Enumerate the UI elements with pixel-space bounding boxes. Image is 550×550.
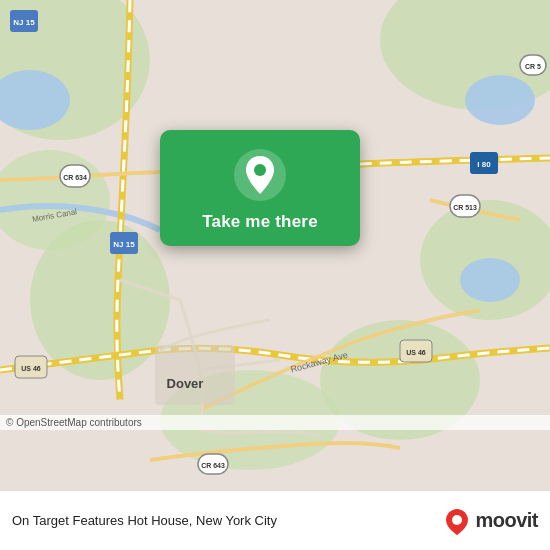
svg-point-35 (452, 515, 462, 525)
attribution-text: © OpenStreetMap contributors (6, 417, 142, 428)
moovit-text: moovit (475, 509, 538, 532)
location-name: On Target Features Hot House, New York C… (12, 513, 443, 528)
moovit-logo: moovit (443, 507, 538, 535)
svg-point-34 (254, 164, 266, 176)
svg-text:US 46: US 46 (406, 349, 426, 356)
svg-text:NJ 15: NJ 15 (13, 18, 35, 27)
location-pin-icon (233, 148, 287, 202)
svg-rect-11 (155, 345, 235, 405)
svg-point-10 (460, 258, 520, 302)
copyright-bar: © OpenStreetMap contributors (0, 415, 550, 430)
svg-text:CR 513: CR 513 (453, 204, 477, 211)
map-container: NJ 15 NJ 15 I 80 CR 634 CR 513 US 46 US … (0, 0, 550, 490)
svg-text:US 46: US 46 (21, 365, 41, 372)
moovit-pin-icon (443, 507, 471, 535)
svg-text:CR 634: CR 634 (63, 174, 87, 181)
svg-text:Dover: Dover (167, 376, 204, 391)
svg-text:CR 643: CR 643 (201, 462, 225, 469)
bottom-bar: On Target Features Hot House, New York C… (0, 490, 550, 550)
svg-point-9 (465, 75, 535, 125)
svg-text:NJ 15: NJ 15 (113, 240, 135, 249)
svg-text:I 80: I 80 (477, 160, 491, 169)
take-me-there-card[interactable]: Take me there (160, 130, 360, 246)
take-me-there-button-label: Take me there (202, 212, 318, 232)
svg-text:CR 5: CR 5 (525, 63, 541, 70)
